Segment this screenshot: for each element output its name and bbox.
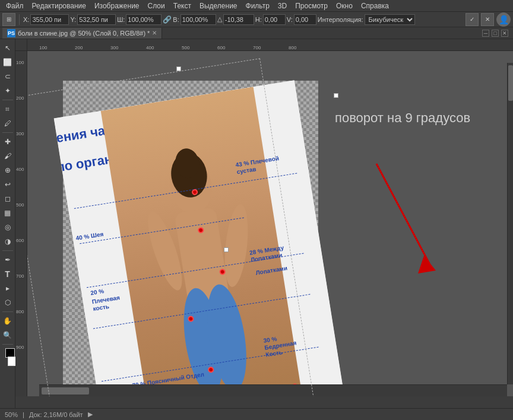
menu-window[interactable]: Окно bbox=[332, 1, 356, 11]
ruler-tick: 600 bbox=[217, 45, 225, 50]
menu-3d[interactable]: 3D bbox=[274, 1, 290, 11]
tool-sep-4 bbox=[2, 311, 13, 312]
ruler-tick-v: 100 bbox=[16, 60, 24, 65]
history-brush-tool[interactable]: ↩ bbox=[1, 178, 14, 191]
menu-select[interactable]: Выделение bbox=[196, 1, 241, 11]
path-select-tool[interactable]: ▸ bbox=[1, 282, 14, 295]
transform-icon[interactable]: ⊞ bbox=[2, 13, 15, 26]
transform-handle-tc[interactable] bbox=[176, 66, 181, 71]
skew-h-input[interactable] bbox=[263, 14, 286, 25]
document-title: боли в спине.jpg @ 50% (Слой 0, RGB/8#) … bbox=[18, 30, 150, 37]
tool-sep-5 bbox=[2, 344, 13, 345]
link-icon[interactable]: 🔗 bbox=[163, 15, 172, 24]
select-rect-tool[interactable]: ⬜ bbox=[1, 56, 14, 69]
h-scroll-thumb[interactable] bbox=[42, 387, 89, 394]
tool-sep-1 bbox=[2, 100, 13, 100]
main-area: ↖ ⬜ ⊂ ✦ ⌗ 🖊 ✚ 🖌 ⊕ ↩ ◻ ▦ ◎ ◑ ✒ T ▸ ⬡ ✋ 🔍 … bbox=[0, 39, 513, 408]
ruler-tick-v: 900 bbox=[16, 345, 24, 350]
eraser-tool[interactable]: ◻ bbox=[1, 192, 14, 205]
menu-edit[interactable]: Редактирование bbox=[28, 1, 90, 11]
skew-v-input[interactable] bbox=[294, 14, 316, 25]
dodge-tool[interactable]: ◑ bbox=[1, 235, 14, 248]
shape-tool[interactable]: ⬡ bbox=[1, 296, 14, 309]
ruler-tick-v: 300 bbox=[16, 131, 24, 136]
restore-button[interactable]: □ bbox=[492, 30, 499, 37]
document-image-container: отношения частоты нагрузки а тело органи… bbox=[63, 81, 318, 396]
ruler-tick-v: 400 bbox=[16, 167, 24, 172]
vertical-scrollbar[interactable] bbox=[507, 63, 513, 384]
h-label: В: bbox=[173, 16, 179, 23]
separator-1 bbox=[19, 14, 20, 25]
transform-handle-mr[interactable] bbox=[224, 247, 229, 252]
crop-tool[interactable]: ⌗ bbox=[1, 103, 14, 116]
angle-label: △ bbox=[217, 15, 222, 23]
ps-badge: PS bbox=[7, 29, 15, 37]
menu-layers[interactable]: Слои bbox=[144, 1, 169, 11]
close-tab-icon[interactable]: ✕ bbox=[152, 30, 157, 36]
hand-tool[interactable]: ✋ bbox=[1, 314, 14, 327]
pen-tool[interactable]: ✒ bbox=[1, 253, 14, 266]
status-arrow[interactable]: ▶ bbox=[88, 411, 93, 418]
zoom-level: 50% bbox=[5, 411, 18, 418]
minimize-button[interactable]: ─ bbox=[482, 30, 489, 37]
canvas-area: 100 200 300 400 500 600 700 800 100 200 … bbox=[15, 39, 513, 408]
ruler-tick: 100 bbox=[39, 45, 47, 50]
ruler-ticks-h: 100 200 300 400 500 600 700 800 bbox=[27, 39, 513, 50]
y-label: Y: bbox=[70, 16, 76, 23]
status-separator: | bbox=[23, 411, 24, 418]
cancel-transform-icon[interactable]: ✕ bbox=[481, 13, 494, 26]
magic-wand-tool[interactable]: ✦ bbox=[1, 84, 14, 97]
menu-view[interactable]: Просмотр bbox=[292, 1, 331, 11]
skew-v-label: V: bbox=[287, 16, 293, 23]
w-input[interactable] bbox=[126, 14, 162, 25]
close-button[interactable]: ✕ bbox=[501, 30, 508, 37]
healing-tool[interactable]: ✚ bbox=[1, 135, 14, 148]
menu-filter[interactable]: Фильтр bbox=[242, 1, 273, 11]
red-arrow-container bbox=[370, 158, 442, 279]
menu-file[interactable]: Файл bbox=[2, 1, 27, 11]
x-input[interactable] bbox=[30, 14, 69, 25]
gradient-tool[interactable]: ▦ bbox=[1, 206, 14, 219]
blur-tool[interactable]: ◎ bbox=[1, 221, 14, 234]
stamp-tool[interactable]: ⊕ bbox=[1, 164, 14, 177]
interpolation-select[interactable]: Бикубическая bbox=[365, 14, 415, 25]
horizontal-scrollbar[interactable] bbox=[39, 384, 507, 396]
ruler-tick-v: 700 bbox=[16, 273, 24, 279]
brush-tool[interactable]: 🖌 bbox=[1, 149, 14, 163]
ruler-tick: 400 bbox=[146, 45, 154, 50]
ruler-tick-v: 600 bbox=[16, 238, 24, 243]
menu-image[interactable]: Изображение bbox=[91, 1, 143, 11]
y-input[interactable] bbox=[77, 14, 116, 25]
lasso-tool[interactable]: ⊂ bbox=[1, 70, 14, 83]
angle-input[interactable] bbox=[223, 14, 254, 25]
v-scroll-thumb[interactable] bbox=[508, 65, 513, 101]
menu-text[interactable]: Текст bbox=[170, 1, 195, 11]
x-label: X: bbox=[23, 16, 29, 23]
status-bar: 50% | Док: 2,16М/0 байт ▶ bbox=[0, 408, 513, 420]
ruler-vertical: 100 200 300 400 500 600 700 800 900 bbox=[15, 51, 27, 396]
options-bar: ⊞ X: Y: Ш: 🔗 В: △ H: V: Интерполяция: Би… bbox=[0, 12, 513, 27]
ruler-tick: 700 bbox=[253, 45, 261, 50]
w-label: Ш: bbox=[117, 16, 125, 23]
ruler-corner bbox=[15, 39, 27, 51]
zoom-tool[interactable]: 🔍 bbox=[1, 329, 14, 342]
svg-line-9 bbox=[376, 164, 430, 265]
type-tool[interactable]: T bbox=[1, 268, 14, 281]
ruler-tick-v: 500 bbox=[16, 202, 24, 208]
annotation-text: поворот на 9 градусов bbox=[335, 110, 501, 126]
ruler-tick: 500 bbox=[182, 45, 189, 50]
tool-sep-3 bbox=[2, 250, 13, 251]
transform-handle-tr[interactable] bbox=[334, 93, 338, 98]
ruler-horizontal: 100 200 300 400 500 600 700 800 bbox=[27, 39, 513, 51]
ruler-tick: 300 bbox=[110, 45, 118, 50]
eyedropper-tool[interactable]: 🖊 bbox=[1, 117, 14, 130]
move-tool[interactable]: ↖ bbox=[1, 42, 14, 55]
ruler-tick-v: 800 bbox=[16, 309, 24, 314]
menu-help[interactable]: Справка bbox=[357, 1, 392, 11]
profile-icon[interactable]: 👤 bbox=[496, 12, 511, 27]
document-tab[interactable]: PS боли в спине.jpg @ 50% (Слой 0, RGB/8… bbox=[2, 28, 162, 39]
h-input[interactable] bbox=[180, 14, 216, 25]
document-canvas[interactable]: отношения частоты нагрузки а тело органи… bbox=[27, 51, 513, 396]
check-icon[interactable]: ✓ bbox=[466, 13, 479, 26]
window-controls: ─ □ ✕ bbox=[482, 30, 508, 37]
